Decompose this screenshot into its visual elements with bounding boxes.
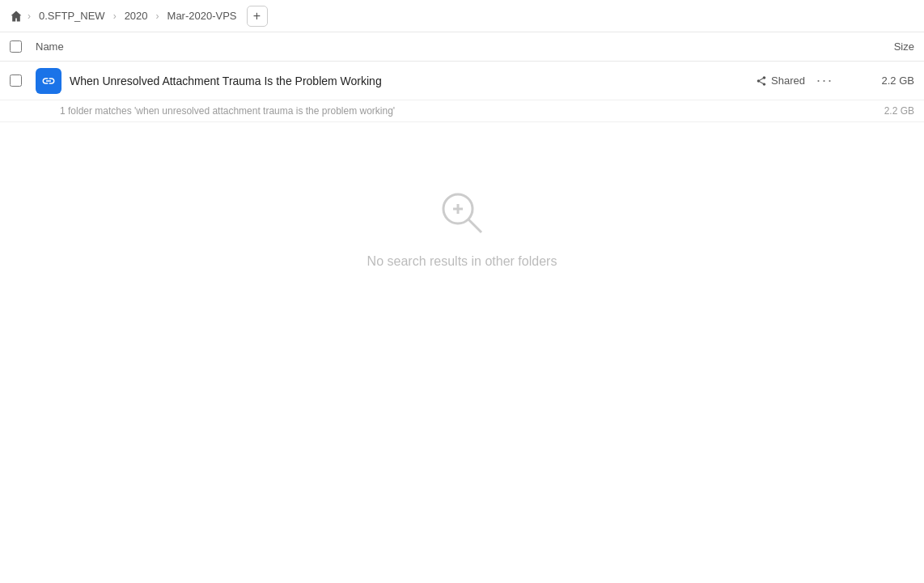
file-row[interactable]: When Unresolved Attachment Trauma Is the… [0, 62, 924, 100]
file-actions: Shared ··· [756, 69, 837, 92]
no-results-icon [436, 187, 488, 241]
row-checkbox[interactable] [10, 74, 22, 87]
breadcrumb-bar: › 0.SFTP_NEW › 2020 › Mar-2020-VPS + [0, 0, 924, 32]
home-button[interactable] [10, 10, 23, 23]
breadcrumb-sep-0: › [28, 11, 31, 22]
breadcrumb-item-2020[interactable]: 2020 [121, 8, 151, 23]
add-tab-button[interactable]: + [247, 6, 268, 27]
select-all-checkbox-col[interactable] [10, 40, 36, 53]
breadcrumb-item-mar[interactable]: Mar-2020-VPS [164, 8, 240, 23]
name-column-header: Name [36, 40, 850, 53]
empty-state: No search results in other folders [0, 122, 924, 334]
summary-row: 1 folder matches 'when unresolved attach… [0, 100, 924, 122]
summary-size: 2.2 GB [850, 105, 914, 117]
breadcrumb-item-sftp[interactable]: 0.SFTP_NEW [36, 8, 108, 23]
breadcrumb-sep-1: › [113, 11, 117, 22]
file-name: When Unresolved Attachment Trauma Is the… [70, 74, 756, 87]
summary-text: 1 folder matches 'when unresolved attach… [60, 105, 850, 117]
row-checkbox-col[interactable] [10, 74, 36, 87]
shared-label: Shared [771, 74, 805, 87]
more-options-button[interactable]: ··· [813, 69, 837, 92]
size-column-header: Size [850, 40, 914, 53]
file-icon [36, 68, 61, 94]
column-header: Name Size [0, 32, 924, 62]
shared-badge: Shared [756, 74, 805, 87]
select-all-checkbox[interactable] [10, 40, 22, 53]
breadcrumb-sep-2: › [156, 11, 159, 22]
svg-line-1 [468, 219, 481, 232]
no-results-text: No search results in other folders [367, 254, 557, 269]
file-size: 2.2 GB [850, 74, 914, 87]
